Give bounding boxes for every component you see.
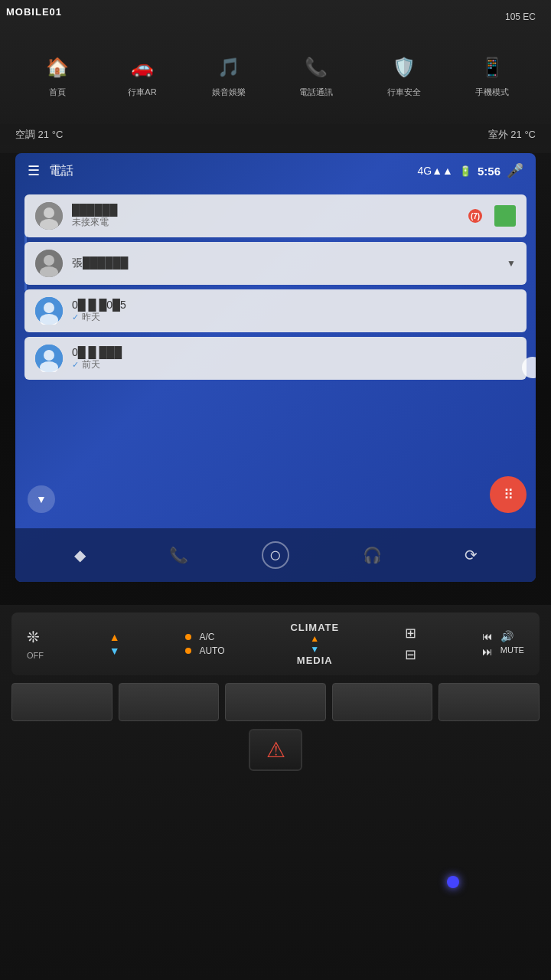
temp-down-button[interactable]: ▼ — [109, 645, 120, 657]
phys-btn-4[interactable] — [332, 683, 433, 721]
hazard-triangle-icon: ⚠ — [266, 737, 285, 763]
mic-icon[interactable]: 🎤 — [507, 162, 523, 179]
media-label[interactable]: MEDIA — [297, 655, 333, 666]
nav-item-ar[interactable]: 🚗 行車AR — [127, 52, 158, 98]
temp-up-button[interactable]: ▲ — [109, 631, 120, 643]
nav-item-music[interactable]: 🎵 娛音娛樂 — [212, 52, 246, 98]
contact-item-3[interactable]: 0█ █ █0█5 ✓ 昨天 — [24, 289, 527, 332]
android-auto-screen: ☰ 電話 4G▲▲ 🔋 5:56 🎤 ██████ 未接來電 — [15, 153, 536, 582]
auto-label[interactable]: AUTO — [199, 645, 224, 656]
nav-item-safety[interactable]: 🛡️ 行車安全 — [387, 52, 421, 98]
watermark: MOBILE01 — [6, 6, 62, 18]
climate-right: 室外 21 °C — [488, 128, 536, 142]
date-label-3: 昨天 — [82, 311, 100, 324]
nav-label-home: 首頁 — [49, 87, 66, 98]
contact-badge-1: (7) — [468, 209, 482, 223]
ac-led — [185, 634, 191, 640]
nav-phone-icon[interactable]: 📞 — [163, 540, 194, 570]
aa-header: ☰ 電話 4G▲▲ 🔋 5:56 🎤 — [15, 153, 536, 188]
nav-item-phone[interactable]: 📞 電話通訊 — [299, 52, 333, 98]
media-row-1: ⏮ 🔊 — [482, 630, 524, 642]
media-row-2: ⏭ MUTE — [482, 645, 524, 658]
svg-point-7 — [44, 302, 54, 313]
vol-up-button[interactable]: 🔊 — [500, 630, 514, 642]
aa-header-left: ☰ 電話 — [28, 162, 73, 179]
hazard-button[interactable]: ⚠ — [249, 729, 302, 771]
nav-icons: 🏠 首頁 🚗 行車AR 🎵 娛音娛樂 📞 電話通訊 🛡️ 行車安全 📱 — [0, 26, 551, 124]
climate-left: 空調 21 °C — [15, 128, 63, 142]
contact-name-4: 0█ █ ███ — [72, 346, 516, 358]
missed-calls-sub: 未接來電 — [72, 216, 109, 229]
aa-bottom-nav: ◆ 📞 ○ 🎧 ⟳ — [15, 528, 536, 582]
phys-btn-2[interactable] — [119, 683, 220, 721]
fan-icon[interactable]: ❊ — [27, 628, 44, 646]
contact-name-2: 張██████ — [72, 256, 497, 270]
safety-icon: 🛡️ — [389, 52, 419, 83]
contact-name-1: ██████ — [72, 204, 459, 216]
phys-btn-3[interactable] — [225, 683, 326, 721]
check-icon-3: ✓ — [72, 312, 79, 322]
top-nav: 105 EC 🏠 首頁 🚗 行車AR 🎵 娛音娛樂 📞 電話通訊 🛡️ 行車安全 — [0, 0, 551, 153]
ac-label[interactable]: A/C — [199, 632, 214, 642]
phys-btn-1[interactable] — [11, 683, 112, 721]
nav-audio-icon[interactable]: 🎧 — [357, 540, 388, 570]
contact-avatar-1 — [35, 202, 63, 230]
contact-sub-3: ✓ 昨天 — [72, 311, 516, 324]
nav-label-phone: 電話通訊 — [299, 87, 333, 98]
contact-info-1: ██████ 未接來電 — [72, 204, 459, 229]
ac-group: A/C AUTO — [185, 632, 224, 656]
nav-item-home[interactable]: 🏠 首頁 — [42, 52, 73, 98]
nav-item-mobile[interactable]: 📱 手機模式 — [475, 52, 509, 98]
battery-icon: 🔋 — [459, 165, 471, 177]
check-icon-4: ✓ — [72, 360, 79, 370]
home-icon: 🏠 — [42, 52, 73, 83]
skip-back-button[interactable]: ⏮ — [482, 630, 493, 642]
physical-buttons — [11, 683, 540, 721]
blue-led-indicator — [447, 876, 459, 888]
auto-led — [185, 648, 191, 654]
contact-avatar-3 — [35, 297, 63, 325]
nav-navigation-icon[interactable]: ◆ — [64, 540, 95, 570]
nav-label-safety: 行車安全 — [387, 87, 421, 98]
contact-avatar-2 — [35, 250, 63, 277]
climate-label[interactable]: CLIMATE — [290, 622, 339, 633]
scroll-down-button[interactable]: ▼ — [28, 485, 55, 513]
svg-point-1 — [44, 207, 54, 218]
dialpad-button[interactable]: ⠿ — [490, 476, 527, 513]
phys-btn-5[interactable] — [439, 683, 540, 721]
signal-icon: 4G▲▲ — [418, 165, 453, 177]
contact-sub-4: ✓ 前天 — [72, 358, 516, 371]
dropdown-arrow-icon[interactable]: ▼ — [507, 258, 516, 269]
time-display: 5:56 — [478, 165, 500, 178]
nav-label-ar: 行車AR — [128, 87, 156, 98]
controls-panel: ❊ OFF ▲ ▼ A/C AUTO — [11, 612, 540, 675]
auto-row: AUTO — [185, 645, 224, 656]
climate-arrow-down: ▼ — [310, 644, 319, 655]
skip-fwd-button[interactable]: ⏭ — [482, 645, 493, 658]
contact-name-3: 0█ █ █0█5 — [72, 299, 516, 311]
contact-item-2[interactable]: 張██████ ▼ — [24, 242, 527, 285]
nav-label-music: 娛音娛樂 — [212, 87, 246, 98]
status-text: 105 EC — [505, 11, 536, 22]
contact-item-4[interactable]: 0█ █ ███ ✓ 前天 — [24, 337, 527, 380]
grid-icon-1[interactable]: ⊞ — [405, 625, 416, 642]
contact-list: ██████ 未接來電 (7) 張██████ ▼ — [15, 188, 536, 386]
contact-info-3: 0█ █ █0█5 ✓ 昨天 — [72, 299, 516, 324]
fan-group: ❊ OFF — [27, 628, 44, 660]
nav-recents-icon[interactable]: ⟳ — [456, 540, 487, 570]
climate-media-group: CLIMATE ▲ ▼ MEDIA — [290, 622, 339, 666]
controls-row: ❊ OFF ▲ ▼ A/C AUTO — [27, 622, 524, 666]
fan-off-label[interactable]: OFF — [27, 651, 44, 660]
nav-home-icon[interactable]: ○ — [262, 541, 289, 569]
music-icon: 🎵 — [214, 52, 244, 83]
controls-section: ❊ OFF ▲ ▼ A/C AUTO — [0, 605, 551, 980]
status-bar: 105 EC — [0, 8, 551, 26]
contact-info-2: 張██████ — [72, 256, 497, 270]
mute-button[interactable]: MUTE — [500, 645, 524, 658]
mobile-icon: 📱 — [477, 52, 507, 83]
hamburger-menu-icon[interactable]: ☰ — [28, 162, 40, 179]
contact-item-1[interactable]: ██████ 未接來電 (7) — [24, 194, 527, 237]
ar-icon: 🚗 — [127, 52, 158, 83]
grid-icon-2[interactable]: ⊟ — [405, 646, 416, 663]
svg-point-4 — [44, 255, 54, 266]
